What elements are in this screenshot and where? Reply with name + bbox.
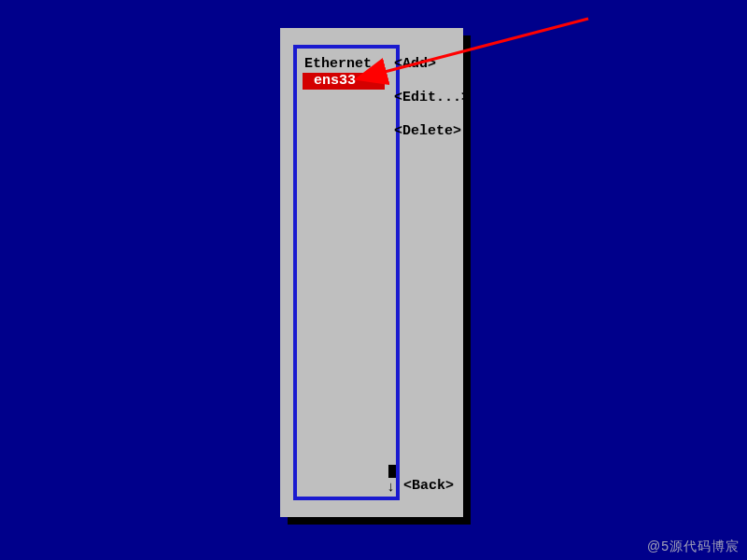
list-frame [293, 45, 400, 500]
scroll-down-arrow[interactable]: ↓ [387, 480, 395, 497]
delete-button[interactable]: <Delete> [394, 123, 454, 140]
back-button[interactable]: <Back> [403, 478, 454, 495]
add-button[interactable]: <Add> [394, 56, 454, 73]
scrollbar-thumb[interactable] [388, 465, 396, 478]
edit-button[interactable]: <Edit...> [394, 90, 454, 106]
list-header-ethernet: Ethernet [303, 56, 392, 73]
list-item-ens33[interactable]: ens33 [303, 73, 385, 90]
actions: <Add> <Edit...> <Delete> [394, 56, 454, 157]
watermark: @5源代码博宸 [647, 538, 740, 554]
network-dialog: Ethernet ens33 <Add> <Edit...> <Delete> … [280, 28, 463, 517]
connection-list: Ethernet ens33 [303, 56, 392, 90]
